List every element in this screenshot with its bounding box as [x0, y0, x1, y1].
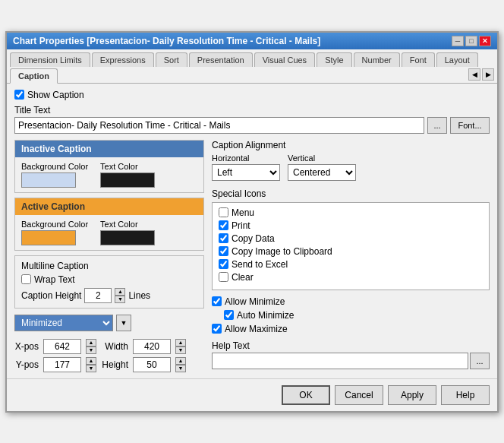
ypos-down[interactable]: ▼ [86, 365, 96, 372]
tab-sort[interactable]: Sort [156, 52, 187, 67]
active-bg-swatch[interactable] [21, 230, 76, 245]
icon-print-checkbox[interactable] [219, 220, 228, 230]
height-down[interactable]: ▼ [175, 365, 186, 372]
horizontal-label: Horizontal [212, 153, 280, 163]
state-dropdown[interactable]: Normal Minimized Maximized [14, 315, 113, 331]
horizontal-select[interactable]: Left Center Right [212, 164, 280, 181]
cancel-button[interactable]: Cancel [335, 385, 383, 405]
width-input[interactable] [133, 339, 171, 354]
icon-send-excel: Send to Excel [219, 259, 483, 270]
tab-expressions[interactable]: Expressions [92, 52, 154, 67]
tab-dimension-limits[interactable]: Dimension Limits [10, 52, 90, 67]
title-font-button[interactable]: Font... [450, 117, 490, 134]
title-ellipsis-button[interactable]: ... [427, 117, 447, 134]
height-input[interactable] [133, 357, 171, 372]
inactive-color-row: Background Color Text Color [21, 162, 197, 188]
tab-number[interactable]: Number [354, 52, 400, 67]
icon-copy-data: Copy Data [219, 233, 483, 244]
height-up[interactable]: ▲ [175, 357, 186, 365]
caption-height-spinner: ▲ ▼ [115, 288, 125, 303]
auto-minimize-item: Auto Minimize [212, 310, 490, 321]
wrap-text-label: Wrap Text [34, 274, 75, 285]
title-text-label: Title Text [14, 105, 490, 115]
tab-layout[interactable]: Layout [436, 52, 478, 67]
inactive-bg-swatch[interactable] [21, 172, 76, 188]
icon-send-excel-checkbox[interactable] [219, 259, 228, 269]
show-caption-checkbox[interactable] [14, 90, 24, 100]
icon-clear-checkbox[interactable] [219, 272, 228, 282]
tab-caption[interactable]: Caption [10, 68, 58, 84]
active-caption-header: Active Caption [15, 198, 203, 215]
auto-minimize-checkbox[interactable] [224, 310, 234, 320]
title-text-input[interactable] [14, 117, 424, 134]
icon-menu: Menu [219, 207, 483, 218]
tab-presentation[interactable]: Presentation [189, 52, 253, 67]
active-caption-box: Active Caption Background Color Text Col… [14, 198, 204, 251]
apply-button[interactable]: Apply [388, 385, 436, 405]
tab-scroll-right[interactable]: ▶ [482, 68, 494, 81]
caption-height-up[interactable]: ▲ [115, 288, 125, 296]
icon-clear-label: Clear [232, 272, 254, 283]
close-button[interactable]: ✕ [479, 36, 491, 46]
width-down[interactable]: ▼ [175, 346, 186, 354]
tab-scroll-left[interactable]: ◀ [468, 68, 480, 81]
tab-visual-cues[interactable]: Visual Cues [254, 52, 316, 67]
icon-clear: Clear [219, 272, 483, 283]
caption-height-down[interactable]: ▼ [115, 296, 125, 303]
lines-label: Lines [128, 290, 150, 301]
xpos-input[interactable] [43, 339, 81, 354]
help-input-row: ... [212, 353, 490, 369]
help-button[interactable]: Help [441, 385, 490, 405]
xpos-down[interactable]: ▼ [86, 346, 96, 354]
icon-copy-data-label: Copy Data [232, 233, 275, 244]
help-text-input[interactable] [212, 353, 468, 369]
bottom-bar: OK Cancel Apply Help [7, 378, 497, 411]
ypos-input[interactable] [43, 357, 81, 372]
help-text-label: Help Text [212, 340, 490, 351]
xpos-row: X-pos ▲ ▼ Width ▲ ▼ [14, 339, 204, 354]
ok-button[interactable]: OK [282, 385, 330, 405]
tab-style[interactable]: Style [317, 52, 351, 67]
icon-menu-checkbox[interactable] [219, 207, 228, 217]
icon-copy-image-checkbox[interactable] [219, 246, 228, 256]
main-window: Chart Properties [Presentacion- Daily Re… [5, 31, 499, 413]
ypos-up[interactable]: ▲ [86, 357, 96, 365]
xpos-spinner: ▲ ▼ [86, 339, 96, 354]
allow-minimize-checkbox[interactable] [212, 296, 222, 306]
tab-navigation: ◀ ▶ [468, 68, 494, 83]
xpos-label: X-pos [14, 341, 39, 352]
ypos-label: Y-pos [14, 359, 39, 370]
icon-copy-image: Copy Image to Clipboard [219, 246, 483, 257]
height-spinner: ▲ ▼ [175, 357, 186, 372]
icon-copy-data-checkbox[interactable] [219, 233, 228, 243]
vertical-align-item: Vertical Top Centered Bottom [288, 153, 356, 181]
caption-height-input[interactable] [84, 288, 112, 303]
maximize-button[interactable]: □ [465, 36, 477, 46]
xpos-up[interactable]: ▲ [86, 339, 96, 346]
vertical-select[interactable]: Top Centered Bottom [288, 164, 356, 181]
icon-menu-label: Menu [232, 207, 254, 218]
active-bg-label: Background Color [21, 220, 88, 229]
wrap-text-checkbox[interactable] [21, 274, 31, 284]
horizontal-align-item: Horizontal Left Center Right [212, 153, 280, 181]
inactive-bg-label: Background Color [21, 162, 88, 171]
show-caption-label: Show Caption [27, 90, 84, 100]
special-icons-label: Special Icons [212, 188, 490, 199]
active-text-label: Text Color [100, 220, 155, 229]
help-text-ellipsis[interactable]: ... [470, 353, 490, 369]
inactive-text-swatch[interactable] [100, 172, 155, 188]
icon-copy-image-label: Copy Image to Clipboard [232, 246, 332, 257]
inactive-text-label: Text Color [100, 162, 155, 171]
active-text-swatch[interactable] [100, 230, 155, 245]
active-text-item: Text Color [100, 220, 155, 245]
minimize-button[interactable]: ─ [452, 36, 464, 46]
active-caption-body: Background Color Text Color [15, 215, 203, 250]
allow-maximize-checkbox[interactable] [212, 324, 222, 334]
alignment-row: Horizontal Left Center Right Vertical To… [212, 153, 490, 181]
multiline-title: Multiline Caption [21, 261, 197, 271]
tab-font[interactable]: Font [402, 52, 435, 67]
width-up[interactable]: ▲ [175, 339, 186, 346]
allow-maximize-label: Allow Maximize [225, 324, 288, 334]
state-dropdown-arrow[interactable]: ▼ [116, 315, 131, 331]
ypos-spinner: ▲ ▼ [86, 357, 96, 372]
